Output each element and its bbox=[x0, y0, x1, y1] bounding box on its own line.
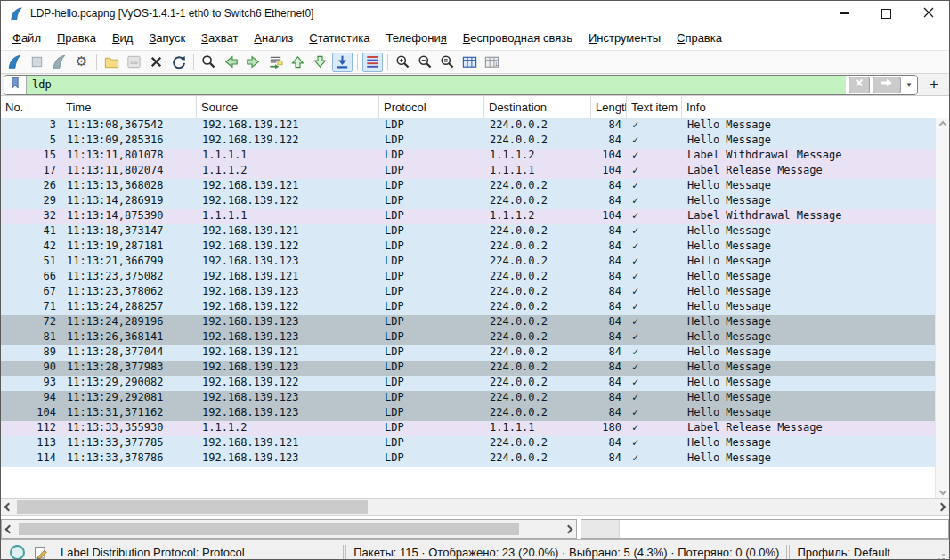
packet-row-3[interactable]: 311:13:08,367542192.168.139.121LDP224.0.… bbox=[1, 118, 935, 134]
go-to-packet-button[interactable] bbox=[265, 53, 286, 72]
packet-row-113[interactable]: 11311:13:33,377785192.168.139.121LDP224.… bbox=[1, 436, 935, 451]
menu-telephony[interactable]: Телефония bbox=[378, 28, 455, 48]
packet-row-112[interactable]: 11211:13:33,3559301.1.1.2LDP1.1.1.1180✓L… bbox=[1, 421, 935, 436]
column-header-source[interactable]: Source bbox=[197, 96, 379, 118]
filter-bookmark-button[interactable] bbox=[4, 76, 27, 94]
filter-add-button[interactable]: + bbox=[923, 75, 945, 94]
start-capture-button[interactable] bbox=[4, 53, 25, 72]
packet-row-89[interactable]: 8911:13:28,377044192.168.139.121LDP224.0… bbox=[1, 345, 935, 361]
details-scroll-right-button[interactable] bbox=[561, 526, 576, 532]
cell-info: Hello Message bbox=[682, 118, 935, 134]
menu-help[interactable]: Справка bbox=[669, 28, 730, 48]
display-filter-input[interactable]: ldp bbox=[27, 76, 846, 94]
resize-columns-button[interactable] bbox=[459, 53, 480, 72]
column-header-info[interactable]: Info bbox=[682, 96, 949, 118]
details-scroll-left-button[interactable] bbox=[2, 526, 17, 532]
column-header-time[interactable]: Time bbox=[61, 96, 197, 118]
cell-no: 94 bbox=[1, 391, 61, 406]
filter-clear-button[interactable] bbox=[849, 77, 870, 93]
hscroll-left-button[interactable] bbox=[1, 504, 16, 510]
scroll-down-icon[interactable] bbox=[938, 488, 946, 495]
filter-apply-button[interactable] bbox=[873, 77, 901, 93]
cell-destination: 224.0.0.2 bbox=[484, 376, 591, 391]
packet-row-66[interactable]: 6611:13:23,375082192.168.139.121LDP224.0… bbox=[1, 270, 935, 285]
menu-wireless[interactable]: Беспроводная связь bbox=[455, 28, 581, 48]
colorize-packets-button[interactable] bbox=[362, 53, 383, 72]
zoom-out-button[interactable] bbox=[415, 53, 435, 72]
packet-row-26[interactable]: 2611:13:13,368028192.168.139.121LDP224.0… bbox=[1, 179, 935, 194]
packet-row-29[interactable]: 2911:13:14,286919192.168.139.122LDP224.0… bbox=[1, 194, 935, 209]
packet-row-90[interactable]: 9011:13:28,377983192.168.139.123LDP224.0… bbox=[1, 361, 935, 376]
close-file-button[interactable] bbox=[146, 53, 166, 72]
status-profile[interactable]: Профиль: Default bbox=[797, 546, 890, 559]
filter-dropdown-caret[interactable]: ▾ bbox=[904, 80, 914, 89]
go-forward-button[interactable] bbox=[243, 53, 264, 72]
cell-protocol: LDP bbox=[379, 239, 484, 255]
packet-row-81[interactable]: 8111:13:26,368141192.168.139.123LDP224.0… bbox=[1, 330, 935, 345]
stop-capture-button[interactable] bbox=[27, 53, 47, 72]
column-header-length[interactable]: Length bbox=[591, 96, 627, 118]
cell-protocol: LDP bbox=[379, 164, 484, 179]
expert-info-icon[interactable] bbox=[10, 545, 25, 560]
auto-scroll-button[interactable] bbox=[332, 53, 353, 72]
packet-row-94[interactable]: 9411:13:29,292081192.168.139.123LDP224.0… bbox=[1, 391, 935, 406]
packet-row-32[interactable]: 3211:13:14,8753901.1.1.1LDP1.1.1.2104✓La… bbox=[1, 209, 935, 224]
go-first-packet-button[interactable] bbox=[288, 53, 308, 72]
cell-protocol: LDP bbox=[379, 134, 484, 149]
packet-row-72[interactable]: 7211:13:24,289196192.168.139.123LDP224.0… bbox=[1, 315, 935, 330]
packet-row-51[interactable]: 5111:13:21,366799192.168.139.123LDP224.0… bbox=[1, 255, 935, 270]
save-icon: 010 bbox=[126, 53, 142, 70]
save-file-button[interactable]: 010 bbox=[124, 53, 144, 72]
packet-list: 311:13:08,367542192.168.139.121LDP224.0.… bbox=[1, 118, 949, 498]
column-header-label: Source bbox=[201, 101, 238, 114]
column-header-no[interactable]: No. bbox=[1, 96, 61, 118]
hscroll-thumb[interactable] bbox=[17, 500, 368, 514]
menu-view[interactable]: Вид bbox=[104, 28, 142, 48]
packet-row-104[interactable]: 10411:13:31,371162192.168.139.123LDP224.… bbox=[1, 406, 935, 421]
reload-file-button[interactable] bbox=[168, 53, 189, 72]
zoom-in-button[interactable] bbox=[393, 53, 413, 72]
menu-analyze[interactable]: Анализ bbox=[246, 28, 301, 48]
open-file-button[interactable] bbox=[101, 53, 122, 72]
packet-row-93[interactable]: 9311:13:29,290082192.168.139.122LDP224.0… bbox=[1, 376, 935, 391]
capture-options-button[interactable]: ⚙ bbox=[71, 53, 92, 72]
cell-length: 84 bbox=[591, 179, 627, 194]
zoom-original-button[interactable] bbox=[437, 53, 458, 72]
menu-file[interactable]: Файл bbox=[4, 28, 49, 48]
menu-capture[interactable]: Захват bbox=[193, 28, 246, 48]
minimize-button[interactable] bbox=[824, 1, 865, 26]
packet-row-71[interactable]: 7111:13:24,288257192.168.139.122LDP224.0… bbox=[1, 300, 935, 315]
menu-edit[interactable]: Правка bbox=[49, 28, 104, 48]
packet-row-17[interactable]: 1711:13:11,8020741.1.1.2LDP1.1.1.1104✓La… bbox=[1, 164, 935, 179]
menu-go[interactable]: Запуск bbox=[141, 28, 193, 48]
close-button[interactable] bbox=[907, 1, 949, 26]
packet-row-114[interactable]: 11411:13:33,378786192.168.139.123LDP224.… bbox=[1, 451, 935, 467]
packet-row-42[interactable]: 4211:13:19,287181192.168.139.122LDP224.0… bbox=[1, 239, 935, 255]
packet-row-5[interactable]: 511:13:09,285316192.168.139.122LDP224.0.… bbox=[1, 134, 935, 149]
menu-tools[interactable]: Инструменты bbox=[581, 28, 669, 48]
restart-capture-button[interactable] bbox=[49, 53, 69, 72]
reset-columns-button[interactable]: 1 bbox=[482, 53, 502, 72]
maximize-button[interactable] bbox=[865, 1, 907, 26]
packet-row-67[interactable]: 6711:13:23,378062192.168.139.123LDP224.0… bbox=[1, 285, 935, 300]
column-header-text_item[interactable]: Text item bbox=[627, 96, 682, 118]
packet-row-15[interactable]: 1511:13:11,8010781.1.1.1LDP1.1.1.2104✓La… bbox=[1, 149, 935, 164]
capture-comment-icon[interactable] bbox=[34, 546, 48, 560]
scroll-up-icon[interactable] bbox=[938, 121, 946, 128]
menu-statistics[interactable]: Статистика bbox=[301, 28, 378, 48]
find-packet-button[interactable] bbox=[199, 53, 219, 72]
cell-length: 84 bbox=[591, 255, 627, 270]
bytes-pane-scroll-thumb[interactable] bbox=[581, 520, 620, 538]
packet-row-41[interactable]: 4111:13:18,373147192.168.139.121LDP224.0… bbox=[1, 224, 935, 239]
go-last-packet-button[interactable] bbox=[310, 53, 330, 72]
vertical-scrollbar[interactable] bbox=[935, 118, 949, 498]
details-pane-scrollbar[interactable] bbox=[1, 519, 577, 539]
details-scroll-thumb[interactable] bbox=[19, 523, 519, 535]
hscroll-right-button[interactable] bbox=[934, 504, 949, 510]
column-header-protocol[interactable]: Protocol bbox=[379, 96, 484, 118]
packet-list-hscrollbar[interactable] bbox=[1, 498, 949, 516]
go-back-button[interactable] bbox=[221, 53, 241, 72]
wireshark-window: LDP-hello.pcapng [VyOS-1.4.1-1 eth0 to S… bbox=[0, 0, 950, 560]
column-header-destination[interactable]: Destination bbox=[484, 96, 591, 118]
cell-destination: 224.0.0.2 bbox=[484, 270, 591, 285]
